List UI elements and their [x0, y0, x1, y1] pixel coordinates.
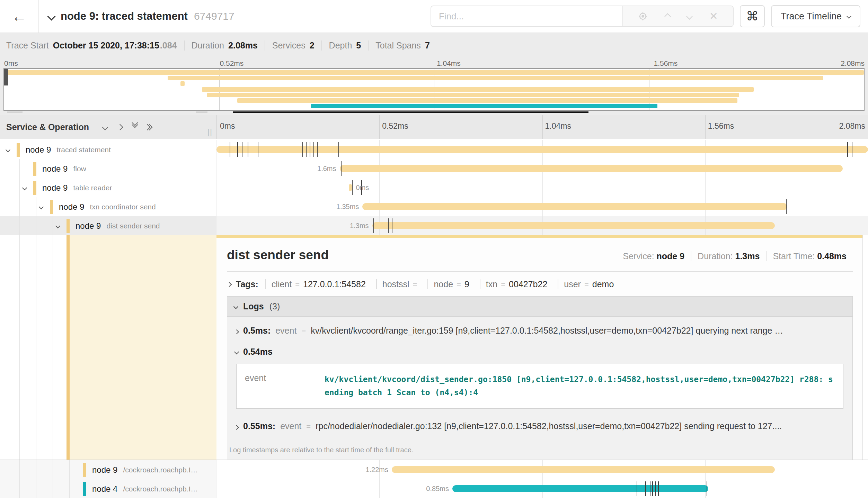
tree-indent-guide: [3, 479, 3, 498]
minimap-span-bar: [311, 104, 657, 108]
span-row[interactable]: node 9dist sender send1.3ms: [0, 216, 868, 235]
minimap-canvas[interactable]: [3, 68, 865, 111]
span-service-name: node 4: [92, 484, 117, 494]
span-name-cell[interactable]: node 9txn coordinator send: [0, 197, 216, 216]
span-timeline-cell[interactable]: 0.85ms: [216, 479, 868, 498]
next-result-icon[interactable]: [687, 13, 693, 19]
span-log-tick: [847, 142, 848, 157]
expand-all-icon[interactable]: [148, 125, 152, 129]
span-timeline-cell[interactable]: 1.22ms: [216, 460, 868, 479]
logs-label: Logs: [243, 301, 264, 311]
view-selector-label: Trace Timeline: [781, 11, 842, 22]
span-name-cell[interactable]: node 4/cockroach.roachpb.I…: [0, 479, 216, 498]
summary-value: 2.08ms: [228, 40, 258, 51]
span-row[interactable]: node 9table reader0ms: [0, 178, 868, 197]
log-entry-collapsed[interactable]: 0.55ms: event = rpc/nodedialer/nodediale…: [227, 412, 852, 434]
span-log-tick: [242, 142, 242, 157]
collapse-all-icon[interactable]: [102, 124, 108, 130]
minimap-scroll-indicator[interactable]: [233, 111, 588, 113]
timeline-tick-label: 0.52ms: [382, 121, 408, 131]
span-name-cell[interactable]: node 9/cockroach.roachpb.I…: [0, 460, 216, 479]
detail-span-name: dist sender send: [227, 248, 329, 262]
span-expander[interactable]: [2, 147, 14, 153]
view-selector-button[interactable]: Trace Timeline: [771, 5, 860, 27]
prev-result-icon[interactable]: [665, 13, 671, 19]
tag-item[interactable]: user=demo: [558, 279, 619, 289]
log-entry-expanded-header[interactable]: 0.54ms: [227, 338, 852, 359]
span-name-cell[interactable]: node 9flow: [0, 159, 216, 178]
trace-minimap[interactable]: 0ms0.52ms1.04ms1.56ms2.08ms: [0, 58, 868, 115]
back-arrow-icon[interactable]: ←: [12, 8, 27, 25]
timeline-column-headers: Service & Operation || 0ms0.52ms1.04ms1.…: [0, 115, 868, 139]
tag-item[interactable]: hostssl=: [376, 279, 423, 289]
tags-row[interactable]: Tags: client=127.0.0.1:54582hostssl=node…: [227, 272, 853, 296]
span-duration-bar[interactable]: [372, 222, 775, 229]
log-time: 0.54ms: [243, 347, 273, 357]
span-timeline-cell[interactable]: [216, 140, 868, 159]
back-button[interactable]: ←: [0, 0, 39, 33]
span-duration-bar[interactable]: [349, 184, 352, 191]
log-entry-collapsed[interactable]: 0.5ms: event = kv/kvclient/kvcoord/range…: [227, 317, 852, 338]
span-duration-bar[interactable]: [340, 165, 843, 172]
span-expander[interactable]: [19, 185, 30, 191]
detail-meta-value: 1.3ms: [735, 251, 760, 261]
span-name-cell[interactable]: node 9dist sender send: [0, 216, 216, 235]
tree-indent-guide: [36, 460, 36, 479]
span-expander[interactable]: [52, 223, 64, 229]
expand-one-icon[interactable]: [117, 124, 123, 130]
span-timeline-cell[interactable]: 0ms: [216, 178, 868, 197]
span-name-cell[interactable]: node 9traced statement: [0, 140, 216, 159]
chevron-down-icon: [6, 147, 10, 152]
minimap-span-bar: [180, 81, 185, 86]
minimap-viewport-handle[interactable]: [4, 69, 8, 85]
equals-sign: =: [301, 327, 306, 336]
span-row[interactable]: node 9flow1.6ms: [0, 159, 868, 178]
span-row[interactable]: node 9/cockroach.roachpb.I…1.22ms: [0, 460, 868, 479]
span-row[interactable]: node 9traced statement: [0, 140, 868, 159]
tag-item[interactable]: client=127.0.0.1:54582: [265, 279, 371, 289]
tree-indent-guide: [3, 197, 3, 216]
column-resize-grip[interactable]: ||: [207, 128, 213, 137]
summary-label: Duration: [192, 40, 224, 51]
tag-key: client: [272, 279, 292, 289]
span-log-tick: [352, 180, 353, 195]
locate-icon[interactable]: [638, 11, 648, 21]
span-color-marker: [83, 482, 86, 496]
span-duration-bar[interactable]: [452, 485, 708, 492]
tree-indent-guide: [3, 235, 3, 460]
service-operation-title: Service & Operation: [6, 122, 89, 132]
find-input[interactable]: [431, 6, 622, 26]
span-timeline-cell[interactable]: 1.6ms: [216, 159, 868, 178]
span-row[interactable]: node 4/cockroach.roachpb.I…0.85ms: [0, 479, 868, 498]
log-key: event: [275, 326, 296, 336]
span-expander[interactable]: [35, 204, 47, 210]
minimap-span-bar: [168, 76, 824, 80]
span-row[interactable]: node 9txn coordinator send1.35ms: [0, 197, 868, 216]
span-duration-bar[interactable]: [392, 466, 775, 473]
logs-header[interactable]: Logs (3): [227, 297, 852, 317]
tag-item[interactable]: node=9: [427, 279, 475, 289]
span-name-cell[interactable]: node 9table reader: [0, 178, 216, 197]
log-value: rpc/nodedialer/nodedialer.go:132 [n9,cli…: [316, 421, 782, 431]
span-color-marker: [33, 162, 36, 176]
span-log-tick: [637, 481, 637, 496]
minimap-span-bar: [202, 87, 754, 92]
tree-indent-guide: [36, 479, 36, 498]
detail-title-bar: dist sender send Service: node 9Duration…: [227, 248, 853, 272]
summary-value: 5: [356, 40, 361, 51]
span-service-name: node 9: [92, 465, 117, 475]
keyboard-shortcuts-button[interactable]: ⌘: [740, 5, 765, 27]
span-timeline-cell[interactable]: 1.3ms: [216, 216, 868, 235]
span-log-tick: [317, 142, 318, 157]
minimap-tick-label: 0ms: [4, 59, 18, 67]
tags-expand-chevron-icon[interactable]: [227, 282, 232, 287]
clear-search-icon[interactable]: ✕: [709, 11, 718, 21]
tree-indent-guide: [36, 235, 36, 460]
tree-indent-guide: [19, 216, 20, 235]
span-timeline-cell[interactable]: 1.35ms: [216, 197, 868, 216]
tag-item[interactable]: txn=00427b22: [480, 279, 553, 289]
collapse-deep-icon[interactable]: [133, 123, 137, 131]
collapse-trace-chevron-icon[interactable]: [47, 12, 55, 20]
span-log-tick: [373, 218, 374, 233]
span-duration-bar[interactable]: [362, 203, 787, 210]
